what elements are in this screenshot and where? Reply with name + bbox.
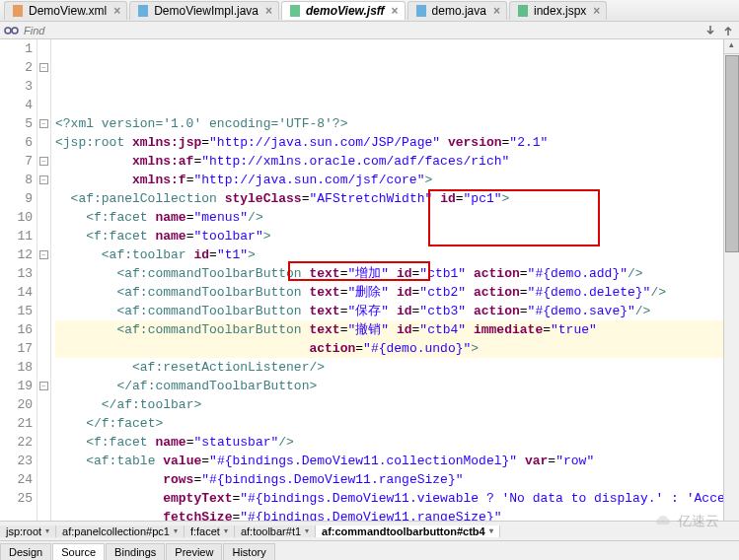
- find-input[interactable]: [24, 25, 700, 36]
- watermark-text: 亿速云: [678, 513, 719, 530]
- code-line[interactable]: </af:commandToolbarButton>: [55, 377, 739, 395]
- find-bar: [0, 22, 739, 39]
- code-line[interactable]: rows="#{bindings.DemoView11.rangeSize}": [55, 470, 739, 489]
- line-number: 24: [0, 470, 33, 489]
- breadcrumb-item[interactable]: af:panelcollection#pc1: [56, 525, 185, 537]
- svg-rect-4: [518, 5, 528, 17]
- fold-minus-icon[interactable]: −: [39, 175, 48, 184]
- editor-tabs: DemoView.xml×DemoViewImpl.java×demoView.…: [0, 0, 739, 22]
- code-line[interactable]: </f:facet>: [55, 414, 739, 433]
- code-line[interactable]: <af:commandToolbarButton text="撤销" id="c…: [55, 320, 739, 339]
- fold-cell[interactable]: −: [37, 58, 50, 77]
- fold-cell[interactable]: −: [37, 171, 50, 189]
- xml-file-icon: [11, 4, 25, 18]
- line-number: 20: [0, 395, 33, 414]
- code-line[interactable]: <af:commandToolbarButton text="删除" id="c…: [55, 283, 739, 302]
- fold-cell: [37, 433, 50, 452]
- fold-cell: [37, 320, 50, 339]
- line-number: 9: [0, 189, 33, 208]
- watermark: 亿速云: [654, 513, 719, 530]
- breadcrumb-item[interactable]: jsp:root: [0, 525, 56, 537]
- close-icon[interactable]: ×: [493, 4, 500, 18]
- code-line[interactable]: emptyText="#{bindings.DemoView11.viewabl…: [55, 489, 739, 508]
- svg-point-6: [12, 28, 18, 34]
- view-tab-preview[interactable]: Preview: [166, 543, 222, 560]
- line-number: 6: [0, 133, 33, 152]
- line-number: 25: [0, 489, 33, 508]
- tab-index-jspx[interactable]: index.jspx×: [509, 1, 607, 20]
- code-area[interactable]: <?xml version='1.0' encoding='UTF-8'?><j…: [51, 39, 739, 521]
- fold-cell: [37, 302, 50, 320]
- tab-demo-java[interactable]: demo.java×: [407, 1, 507, 20]
- line-numbers: 1234567891011121314151617181920212223242…: [0, 39, 37, 521]
- fold-gutter[interactable]: −−−−−−: [37, 39, 51, 521]
- line-number: 13: [0, 264, 33, 283]
- scroll-up-icon[interactable]: ▴: [724, 39, 739, 54]
- fold-minus-icon[interactable]: −: [39, 382, 48, 390]
- tab-label: demo.java: [432, 4, 486, 18]
- find-down-icon[interactable]: [703, 24, 717, 37]
- find-up-icon[interactable]: [721, 24, 735, 37]
- line-number: 11: [0, 227, 33, 245]
- tab-DemoViewImpl-java[interactable]: DemoViewImpl.java×: [129, 1, 279, 20]
- line-number: 19: [0, 377, 33, 395]
- code-line[interactable]: <f:facet name="statusbar"/>: [55, 433, 739, 452]
- find-icon[interactable]: [4, 24, 20, 37]
- code-line[interactable]: xmlns:af="http://xmlns.oracle.com/adf/fa…: [55, 152, 739, 171]
- code-line[interactable]: <f:facet name="toolbar">: [55, 227, 739, 245]
- scroll-thumb[interactable]: [725, 55, 739, 252]
- fold-cell: [37, 39, 50, 58]
- svg-rect-2: [290, 5, 300, 17]
- code-line[interactable]: <af:commandToolbarButton text="增加" id="c…: [55, 264, 739, 283]
- code-line[interactable]: xmlns:f="http://java.sun.com/jsf/core">: [55, 171, 739, 189]
- code-line[interactable]: <?xml version='1.0' encoding='UTF-8'?>: [55, 114, 739, 133]
- view-tab-bindings[interactable]: Bindings: [106, 543, 165, 560]
- code-line[interactable]: fetchSize="#{bindings.DemoView11.rangeSi…: [55, 508, 739, 521]
- close-icon[interactable]: ×: [265, 4, 272, 18]
- code-line[interactable]: <af:commandToolbarButton text="保存" id="c…: [55, 302, 739, 320]
- line-number: 22: [0, 433, 33, 452]
- code-line[interactable]: <f:facet name="menus"/>: [55, 208, 739, 227]
- line-number: 21: [0, 414, 33, 433]
- line-number: 14: [0, 283, 33, 302]
- svg-rect-3: [416, 5, 426, 17]
- view-tab-design[interactable]: Design: [0, 543, 51, 560]
- code-line[interactable]: <jsp:root xmlns:jsp="http://java.sun.com…: [55, 133, 739, 152]
- view-tab-source[interactable]: Source: [52, 543, 105, 560]
- code-editor[interactable]: 1234567891011121314151617181920212223242…: [0, 39, 739, 521]
- fold-cell[interactable]: −: [37, 114, 50, 133]
- fold-cell: [37, 358, 50, 377]
- close-icon[interactable]: ×: [113, 4, 120, 18]
- line-number: 17: [0, 339, 33, 358]
- code-line[interactable]: </af:toolbar>: [55, 395, 739, 414]
- fold-cell[interactable]: −: [37, 245, 50, 264]
- code-line[interactable]: <af:toolbar id="t1">: [55, 245, 739, 264]
- svg-rect-1: [138, 5, 148, 17]
- fold-cell: [37, 227, 50, 245]
- code-line[interactable]: <af:table value="#{bindings.DemoView11.c…: [55, 452, 739, 470]
- view-tab-history[interactable]: History: [223, 543, 274, 560]
- fold-minus-icon[interactable]: −: [39, 157, 48, 166]
- fold-minus-icon[interactable]: −: [39, 63, 48, 72]
- line-number: 3: [0, 77, 33, 96]
- line-number: 12: [0, 245, 33, 264]
- breadcrumb-item[interactable]: af:commandtoolbarbutton#ctb4: [316, 525, 500, 537]
- fold-minus-icon[interactable]: −: [39, 119, 48, 128]
- fold-minus-icon[interactable]: −: [39, 250, 48, 259]
- fold-cell[interactable]: −: [37, 152, 50, 171]
- close-icon[interactable]: ×: [593, 4, 600, 18]
- tab-label: index.jspx: [534, 4, 586, 18]
- fold-cell[interactable]: −: [37, 377, 50, 395]
- tab-demoView-jsff[interactable]: demoView.jsff×: [281, 1, 406, 20]
- close-icon[interactable]: ×: [392, 4, 399, 18]
- code-line[interactable]: <af:resetActionListener/>: [55, 358, 739, 377]
- tab-DemoView-xml[interactable]: DemoView.xml×: [4, 1, 127, 20]
- line-number: 15: [0, 302, 33, 320]
- code-line[interactable]: <af:panelCollection styleClass="AFStretc…: [55, 189, 739, 208]
- breadcrumb-item[interactable]: f:facet: [185, 525, 235, 537]
- breadcrumb-item[interactable]: af:toolbar#t1: [235, 525, 316, 537]
- jsp-file-icon: [516, 4, 530, 18]
- code-line[interactable]: action="#{demo.undo}">: [55, 339, 739, 358]
- view-tabs: DesignSourceBindingsPreviewHistory: [0, 540, 739, 560]
- vertical-scrollbar[interactable]: ▴: [723, 39, 739, 521]
